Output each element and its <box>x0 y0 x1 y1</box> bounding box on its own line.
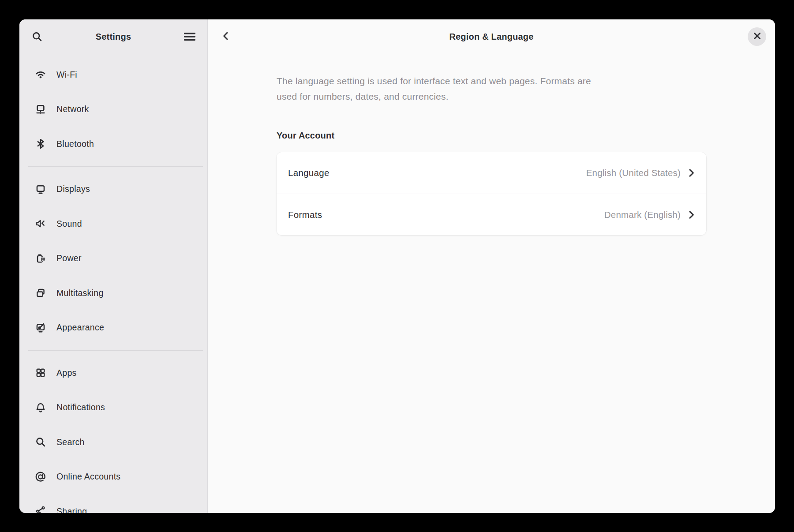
main-headerbar: Region & Language <box>208 19 775 54</box>
back-button[interactable] <box>218 29 234 45</box>
sidebar-separator <box>28 350 203 351</box>
sidebar-item-apps[interactable]: Apps <box>19 356 207 390</box>
wifi-icon <box>35 69 46 80</box>
bluetooth-icon <box>35 138 46 150</box>
sidebar: Settings Wi-Fi Network Bluetooth Display… <box>19 19 208 513</box>
appearance-icon <box>35 322 46 333</box>
at-symbol-icon <box>35 471 46 483</box>
row-formats[interactable]: Formats Denmark (English) <box>277 194 706 235</box>
power-icon <box>35 253 46 264</box>
search-icon <box>31 31 43 42</box>
network-icon <box>35 104 46 115</box>
formats-label: Formats <box>288 210 322 220</box>
account-settings-card: Language English (United States) Formats… <box>277 152 706 235</box>
sidebar-separator <box>28 166 203 167</box>
sidebar-item-power[interactable]: Power <box>19 241 207 276</box>
sidebar-item-search[interactable]: Search <box>19 425 207 460</box>
page-content: The language setting is used for interfa… <box>277 73 706 235</box>
sidebar-item-appearance[interactable]: Appearance <box>19 311 207 345</box>
displays-icon <box>35 184 46 195</box>
sidebar-item-online-accounts[interactable]: Online Accounts <box>19 460 207 495</box>
multitasking-icon <box>35 287 46 299</box>
chevron-right-icon <box>687 210 697 220</box>
sidebar-nav: Wi-Fi Network Bluetooth Displays Sound P… <box>19 54 207 513</box>
sidebar-headerbar: Settings <box>19 19 207 54</box>
page-title: Region & Language <box>449 32 533 42</box>
search-icon <box>35 436 46 448</box>
sidebar-item-sound[interactable]: Sound <box>19 206 207 241</box>
chevron-left-icon <box>221 31 232 43</box>
section-title: Your Account <box>277 131 706 141</box>
main-menu-button[interactable] <box>182 29 197 44</box>
chevron-right-icon <box>687 168 697 178</box>
sidebar-item-wifi[interactable]: Wi-Fi <box>19 57 207 92</box>
search-button[interactable] <box>30 29 45 44</box>
formats-value: Denmark (English) <box>604 210 681 220</box>
close-icon <box>754 33 760 41</box>
language-value: English (United States) <box>586 168 681 178</box>
region-language-pane: Region & Language The language setting i… <box>208 19 775 513</box>
sidebar-item-bluetooth[interactable]: Bluetooth <box>19 127 207 161</box>
close-button[interactable] <box>748 27 766 46</box>
sidebar-item-displays[interactable]: Displays <box>19 172 207 207</box>
sound-icon <box>35 218 46 229</box>
sharing-icon <box>35 506 46 513</box>
language-label: Language <box>288 168 330 178</box>
apps-icon <box>35 367 46 378</box>
sidebar-item-notifications[interactable]: Notifications <box>19 390 207 425</box>
row-language[interactable]: Language English (United States) <box>277 152 706 194</box>
notifications-icon <box>35 402 46 413</box>
description-line: used for numbers, dates, and currencies. <box>277 89 706 104</box>
description-line: The language setting is used for interfa… <box>277 73 706 89</box>
page-description: The language setting is used for interfa… <box>277 73 706 104</box>
settings-window: Settings Wi-Fi Network Bluetooth Display… <box>19 19 775 513</box>
sidebar-item-network[interactable]: Network <box>19 92 207 127</box>
sidebar-item-multitasking[interactable]: Multitasking <box>19 276 207 311</box>
sidebar-title: Settings <box>45 32 182 42</box>
sidebar-item-sharing[interactable]: Sharing <box>19 494 207 513</box>
menu-icon <box>184 31 195 42</box>
